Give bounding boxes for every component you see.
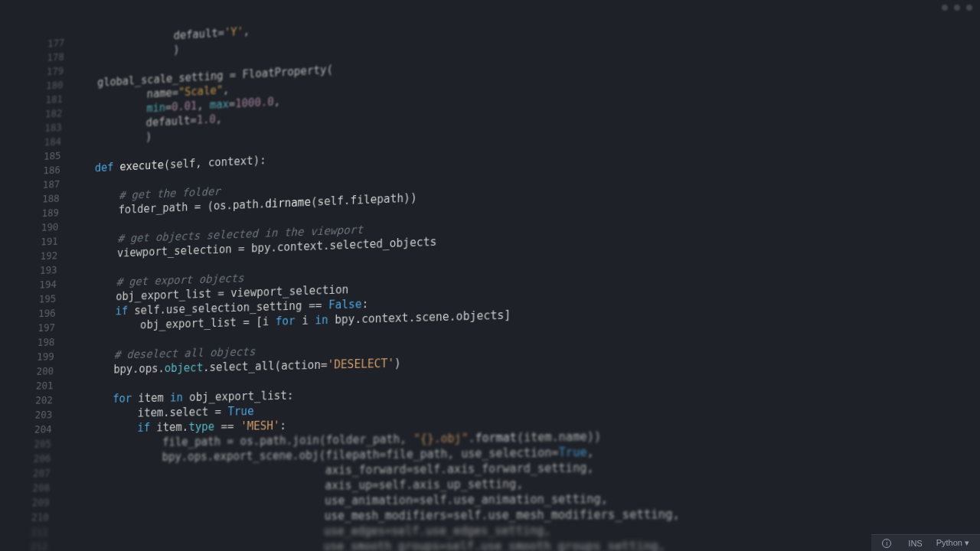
line-number: 200 xyxy=(31,364,64,379)
line-number: 207 xyxy=(28,465,60,481)
line-number: 195 xyxy=(34,291,66,306)
code-content[interactable]: use_edges=self.use_edges_setting, xyxy=(58,521,980,539)
line-number: 199 xyxy=(32,349,64,364)
line-number: 181 xyxy=(41,91,72,107)
code-editor[interactable]: 177 default='Y',178 )179180 global_scale… xyxy=(23,0,980,551)
status-info-icon[interactable]: i xyxy=(882,538,894,549)
status-insert-mode[interactable]: INS xyxy=(908,539,922,548)
line-number: 209 xyxy=(27,495,59,510)
line-number: 180 xyxy=(41,77,73,93)
status-bar: i INS Python ▾ xyxy=(871,534,980,551)
line-number: 193 xyxy=(35,262,67,278)
code-line[interactable]: 211 use_edges=self.use_edges_setting, xyxy=(23,521,980,539)
line-number: 210 xyxy=(27,510,59,524)
line-number: 182 xyxy=(41,106,72,122)
line-number: 196 xyxy=(34,305,66,321)
line-number: 202 xyxy=(31,393,63,408)
line-number: 183 xyxy=(40,119,71,135)
line-number: 208 xyxy=(28,481,60,495)
line-number: 190 xyxy=(37,219,69,234)
line-number: 204 xyxy=(30,422,62,437)
line-number: 184 xyxy=(39,134,71,150)
line-number: 206 xyxy=(28,451,60,466)
line-number: 179 xyxy=(42,63,74,79)
code-line[interactable]: 212 use_smooth_groups=self.use_smooth_gr… xyxy=(23,538,980,551)
line-number: 212 xyxy=(25,540,57,551)
line-number: 205 xyxy=(29,436,61,452)
line-number: 198 xyxy=(32,334,64,350)
status-language[interactable]: Python ▾ xyxy=(936,538,969,548)
line-number: 178 xyxy=(42,49,74,65)
line-number: 197 xyxy=(33,320,65,335)
line-number: 187 xyxy=(38,176,70,191)
line-number: 201 xyxy=(31,378,64,393)
line-number: 186 xyxy=(38,162,70,178)
line-number: 189 xyxy=(37,205,69,220)
line-number: 194 xyxy=(34,276,67,292)
line-number: 203 xyxy=(30,407,62,422)
line-number: 185 xyxy=(39,148,71,164)
line-number: 191 xyxy=(36,233,68,249)
line-number: 211 xyxy=(26,524,58,539)
line-number: 192 xyxy=(35,248,67,263)
code-content[interactable]: use_smooth_groups=self.use_smooth_groups… xyxy=(57,538,980,551)
line-number: 188 xyxy=(38,191,70,206)
